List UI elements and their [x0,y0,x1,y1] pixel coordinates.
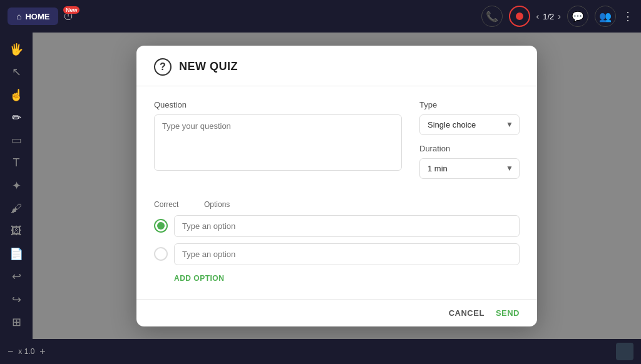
sidebar-item-image[interactable]: 🖼 [5,222,28,241]
zoom-level: x 1.0 [18,347,34,356]
quiz-icon: ? [154,58,172,76]
add-option-button[interactable]: ADD OPTION [174,271,224,285]
option-row-2 [154,243,520,265]
option2-input[interactable] [174,243,520,265]
hand-icon: 🖐 [9,43,23,56]
sidebar-item-text[interactable]: T [5,154,28,173]
correct-label: Correct [154,200,204,209]
sidebar-item-hand[interactable]: 🖐 [5,40,28,59]
home-icon: ⌂ [16,11,21,21]
type-label: Type [419,100,520,109]
text-format-icon: T [13,156,20,169]
sidebar-item-undo[interactable]: ↩ [5,267,28,286]
topbar: ⌂ HOME ⏱ New 📞 ‹ 1/2 › 💬 👥 ⋮ [0,0,641,33]
page-thumbnail [616,343,633,360]
home-button[interactable]: ⌂ HOME [8,8,58,25]
zoom-in-button[interactable]: + [39,346,45,357]
option1-radio[interactable] [154,219,168,233]
topbar-right: 📞 ‹ 1/2 › 💬 👥 ⋮ [481,6,633,27]
cursor-icon: ↖ [12,65,21,79]
options-header: Correct Options [154,200,520,209]
modal-body: Question Type Single choice Multiple cho… [136,86,537,299]
pointer-icon: ☝ [9,88,23,102]
grid-icon: ⊞ [12,315,21,329]
bottombar: − x 1.0 + [0,339,641,364]
sidebar-item-cursor[interactable]: ↖ [5,63,28,81]
chat-icon: 💬 [572,11,584,23]
phone-icon: 📞 [486,11,498,23]
type-col: Type Single choice Multiple choice True/… [419,100,520,188]
record-button[interactable] [509,6,530,27]
redo-icon: ↪ [12,293,21,306]
type-select[interactable]: Single choice Multiple choice True/False [419,114,520,135]
record-dot [516,13,523,20]
sidebar-item-screen[interactable]: ▭ [5,131,28,149]
sidebar: 🖐 ↖ ☝ ✏ ▭ T ✦ 🖌 🖼 📄 ↩ ↪ ⊞ [0,33,33,339]
sidebar-item-animation[interactable]: ✦ [5,176,28,195]
modal-header: ? NEW QUIZ [136,46,537,86]
main-area: ? NEW QUIZ Question Type Single choice M… [33,33,641,339]
prev-page-button[interactable]: ‹ [536,11,540,21]
new-badge: New [63,6,80,14]
option1-input[interactable] [174,215,520,237]
question-col: Question [154,100,402,188]
cancel-button[interactable]: CANCEL [449,308,485,318]
next-page-button[interactable]: › [558,11,561,21]
sidebar-item-grid[interactable]: ⊞ [5,313,28,331]
duration-select[interactable]: 30 sec 1 min 2 min 5 min [419,158,520,179]
option-row-1 [154,215,520,237]
pen-icon: ✏ [12,111,21,124]
duration-label: Duration [419,144,520,153]
modal-footer: CANCEL SEND [136,299,537,326]
page-indicator: 1/2 [543,12,554,21]
question-label: Question [154,100,402,109]
chat-button[interactable]: 💬 [567,6,588,27]
sidebar-item-brush[interactable]: 🖌 [5,199,28,218]
brush-icon: 🖌 [11,202,22,215]
sidebar-item-pdf[interactable]: 📄 [5,245,28,263]
phone-button[interactable]: 📞 [481,6,503,27]
send-button[interactable]: SEND [496,308,520,318]
users-button[interactable]: 👥 [595,6,616,27]
type-select-wrapper: Single choice Multiple choice True/False… [419,114,520,135]
timer-button[interactable]: ⏱ New [63,10,74,23]
modal-title: NEW QUIZ [179,60,238,73]
zoom-out-button[interactable]: − [8,346,13,357]
option2-radio[interactable] [154,247,168,261]
sidebar-item-pen[interactable]: ✏ [5,108,28,127]
form-row-top: Question Type Single choice Multiple cho… [154,100,520,188]
animation-icon: ✦ [12,179,21,193]
duration-select-wrapper: 30 sec 1 min 2 min 5 min ▼ [419,158,520,179]
pdf-icon: 📄 [9,247,23,261]
pagination: ‹ 1/2 › [536,11,561,21]
sidebar-item-redo[interactable]: ↪ [5,290,28,308]
options-label: Options [204,200,230,209]
new-quiz-modal: ? NEW QUIZ Question Type Single choice M… [136,46,537,326]
radio-inner-1 [157,222,165,230]
screen-icon: ▭ [11,133,22,147]
sidebar-item-pointer[interactable]: ☝ [5,86,28,104]
image-icon: 🖼 [11,225,22,238]
undo-icon: ↩ [12,270,21,283]
more-button[interactable]: ⋮ [622,9,633,23]
question-textarea[interactable] [154,114,402,171]
users-icon: 👥 [599,11,612,23]
